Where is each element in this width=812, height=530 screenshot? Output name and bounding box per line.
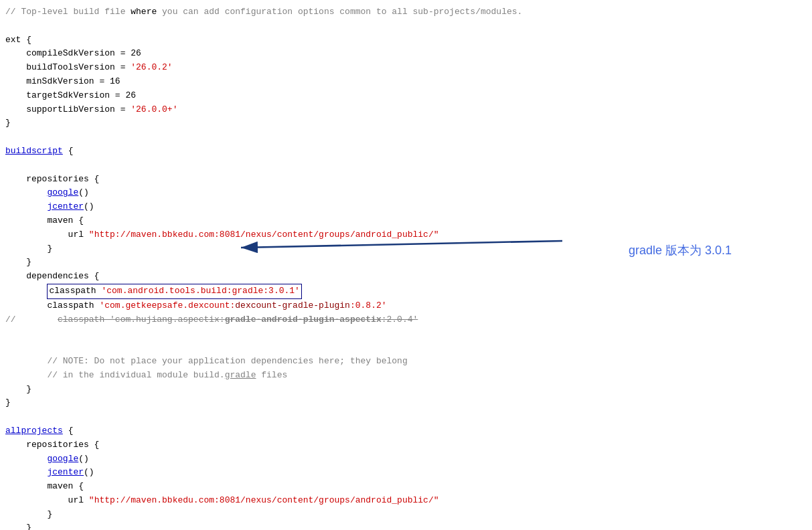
line-15: jcenter()	[0, 200, 812, 214]
line-21: classpath 'com.android.tools.build:gradl…	[0, 284, 812, 299]
line-24	[0, 327, 812, 341]
line-38: }	[0, 521, 812, 530]
line-3: ext {	[0, 33, 812, 48]
line-9: }	[0, 116, 812, 130]
line-33: google()	[0, 452, 812, 466]
line-25	[0, 341, 812, 355]
line-30	[0, 410, 812, 424]
line-16: maven {	[0, 214, 812, 228]
line-32: repositories {	[0, 438, 812, 452]
line-37: }	[0, 508, 812, 522]
line-4: compileSdkVersion = 26	[0, 47, 812, 61]
line-34: jcenter()	[0, 466, 812, 480]
line-10	[0, 130, 812, 145]
line-5: buildToolsVersion = '26.0.2'	[0, 61, 812, 75]
line-35: maven {	[0, 480, 812, 494]
line-23: // classpath 'com.hujiang.aspectix:gradl…	[0, 313, 812, 327]
line-8: supportLibVersion = '26.0.0+'	[0, 103, 812, 117]
line-14: google()	[0, 186, 812, 200]
line-28: }	[0, 383, 812, 397]
line-29: }	[0, 396, 812, 410]
line-36: url "http://maven.bbkedu.com:8081/nexus/…	[0, 494, 812, 508]
line-6: minSdkVersion = 16	[0, 75, 812, 89]
line-20: dependencies {	[0, 270, 812, 284]
line-26: // NOTE: Do not place your application d…	[0, 355, 812, 369]
line-2	[0, 19, 812, 33]
line-13: repositories {	[0, 173, 812, 187]
line-7: targetSdkVersion = 26	[0, 89, 812, 103]
code-container: // Top-level build file where you can ad…	[0, 0, 812, 530]
line-27: // in the individual module build.gradle…	[0, 369, 812, 383]
annotation-label: gradle 版本为 3.0.1	[629, 241, 732, 260]
line-22: classpath 'com.getkeepsafe.dexcount:dexc…	[0, 299, 812, 313]
line-1: // Top-level build file where you can ad…	[0, 5, 812, 19]
line-17: url "http://maven.bbkedu.com:8081/nexus/…	[0, 228, 812, 242]
line-12	[0, 159, 812, 173]
line-11: buildscript {	[0, 145, 812, 159]
line-31: allprojects {	[0, 424, 812, 438]
